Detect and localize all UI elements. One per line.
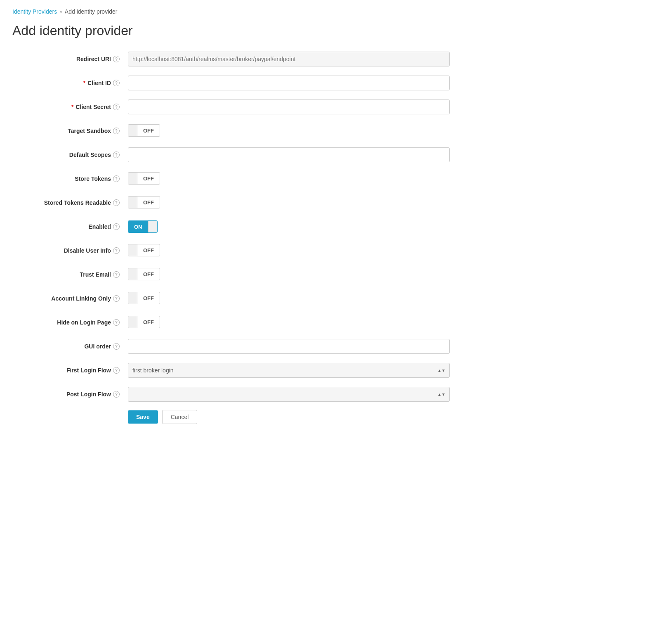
control-account-linking-only: OFF — [128, 292, 466, 305]
label-default-scopes: Default Scopes? — [12, 152, 128, 158]
toggle-enabled[interactable]: ON — [128, 220, 158, 233]
cancel-button[interactable]: Cancel — [162, 410, 198, 424]
label-text-post-login-flow: Post Login Flow — [66, 391, 111, 398]
control-redirect-uri — [128, 52, 466, 66]
save-button[interactable]: Save — [128, 410, 158, 424]
toggle-off-label: OFF — [137, 128, 160, 134]
help-icon-stored-tokens-readable[interactable]: ? — [113, 199, 120, 206]
required-marker: * — [83, 80, 85, 86]
label-text-hide-on-login-page: Hide on Login Page — [57, 319, 111, 326]
toggle-knob — [128, 197, 137, 208]
help-icon-post-login-flow[interactable]: ? — [113, 391, 120, 398]
label-post-login-flow: Post Login Flow? — [12, 391, 128, 398]
form-row-account-linking-only: Account Linking Only?OFF — [12, 290, 466, 307]
help-icon-redirect-uri[interactable]: ? — [113, 56, 120, 62]
toggle-on-label: ON — [128, 221, 148, 232]
form-row-default-scopes: Default Scopes? — [12, 147, 466, 163]
input-client-secret[interactable] — [128, 99, 450, 114]
label-text-enabled: Enabled — [89, 223, 111, 230]
label-text-disable-user-info: Disable User Info — [64, 247, 111, 254]
form-row-target-sandbox: Target Sandbox?OFF — [12, 123, 466, 139]
help-icon-target-sandbox[interactable]: ? — [113, 128, 120, 134]
toggle-knob — [128, 125, 137, 136]
input-client-id[interactable] — [128, 76, 450, 90]
label-text-stored-tokens-readable: Stored Tokens Readable — [44, 199, 111, 206]
label-text-trust-email: Trust Email — [80, 271, 111, 278]
input-redirect-uri — [128, 52, 450, 66]
help-icon-disable-user-info[interactable]: ? — [113, 247, 120, 254]
select-wrapper-first-login-flow: first broker login▲▼ — [128, 363, 450, 378]
toggle-off-label: OFF — [137, 271, 160, 277]
control-enabled: ON — [128, 220, 466, 233]
toggle-disable-user-info[interactable]: OFF — [128, 244, 160, 256]
toggle-target-sandbox[interactable]: OFF — [128, 124, 160, 137]
toggle-knob — [128, 244, 137, 256]
help-icon-store-tokens[interactable]: ? — [113, 175, 120, 182]
button-row: Save Cancel — [12, 410, 660, 424]
label-enabled: Enabled? — [12, 223, 128, 230]
label-stored-tokens-readable: Stored Tokens Readable? — [12, 199, 128, 206]
form-row-enabled: Enabled?ON — [12, 218, 466, 235]
label-client-secret: * Client Secret? — [12, 104, 128, 110]
select-post-login-flow[interactable] — [128, 387, 450, 402]
input-gui-order[interactable] — [128, 339, 450, 354]
select-first-login-flow[interactable]: first broker login — [128, 363, 450, 378]
control-hide-on-login-page: OFF — [128, 316, 466, 329]
form-row-post-login-flow: Post Login Flow?▲▼ — [12, 386, 466, 403]
help-icon-hide-on-login-page[interactable]: ? — [113, 319, 120, 326]
form-row-redirect-uri: Redirect URI? — [12, 51, 466, 67]
form-row-trust-email: Trust Email?OFF — [12, 266, 466, 283]
label-text-client-id: Client ID — [87, 80, 111, 86]
label-trust-email: Trust Email? — [12, 271, 128, 278]
form-container: Redirect URI?* Client ID?* Client Secret… — [12, 51, 466, 403]
help-icon-client-secret[interactable]: ? — [113, 104, 120, 110]
label-hide-on-login-page: Hide on Login Page? — [12, 319, 128, 326]
help-icon-client-id[interactable]: ? — [113, 80, 120, 86]
toggle-account-linking-only[interactable]: OFF — [128, 292, 160, 304]
help-icon-first-login-flow[interactable]: ? — [113, 367, 120, 374]
control-client-id — [128, 76, 466, 90]
toggle-knob — [128, 292, 137, 304]
toggle-off-label: OFF — [137, 199, 160, 206]
select-wrapper-post-login-flow: ▲▼ — [128, 387, 450, 402]
toggle-trust-email[interactable]: OFF — [128, 268, 160, 280]
breadcrumb-link[interactable]: Identity Providers — [12, 8, 57, 15]
label-text-default-scopes: Default Scopes — [69, 152, 111, 158]
page-title: Add identity provider — [12, 23, 660, 38]
control-disable-user-info: OFF — [128, 244, 466, 257]
help-icon-trust-email[interactable]: ? — [113, 271, 120, 278]
form-row-hide-on-login-page: Hide on Login Page?OFF — [12, 314, 466, 331]
label-account-linking-only: Account Linking Only? — [12, 295, 128, 302]
form-row-client-id: * Client ID? — [12, 75, 466, 91]
label-text-first-login-flow: First Login Flow — [66, 367, 111, 374]
label-disable-user-info: Disable User Info? — [12, 247, 128, 254]
label-target-sandbox: Target Sandbox? — [12, 128, 128, 134]
toggle-stored-tokens-readable[interactable]: OFF — [128, 196, 160, 208]
control-target-sandbox: OFF — [128, 124, 466, 137]
control-store-tokens: OFF — [128, 172, 466, 185]
label-text-client-secret: Client Secret — [75, 104, 111, 110]
label-redirect-uri: Redirect URI? — [12, 56, 128, 62]
toggle-knob — [128, 268, 137, 280]
label-text-target-sandbox: Target Sandbox — [68, 128, 111, 134]
toggle-off-label: OFF — [137, 295, 160, 301]
label-text-store-tokens: Store Tokens — [75, 175, 111, 182]
help-icon-account-linking-only[interactable]: ? — [113, 295, 120, 302]
breadcrumb-separator: » — [59, 9, 62, 14]
form-row-disable-user-info: Disable User Info?OFF — [12, 242, 466, 259]
form-row-store-tokens: Store Tokens?OFF — [12, 171, 466, 187]
control-gui-order — [128, 339, 466, 354]
help-icon-default-scopes[interactable]: ? — [113, 152, 120, 158]
toggle-off-label: OFF — [137, 247, 160, 253]
input-default-scopes[interactable] — [128, 147, 450, 162]
help-icon-gui-order[interactable]: ? — [113, 343, 120, 350]
form-row-stored-tokens-readable: Stored Tokens Readable?OFF — [12, 194, 466, 211]
toggle-off-label: OFF — [137, 319, 160, 325]
label-text-redirect-uri: Redirect URI — [76, 56, 111, 62]
help-icon-enabled[interactable]: ? — [113, 223, 120, 230]
label-text-gui-order: GUI order — [84, 343, 111, 350]
toggle-hide-on-login-page[interactable]: OFF — [128, 316, 160, 328]
control-client-secret — [128, 99, 466, 114]
toggle-store-tokens[interactable]: OFF — [128, 172, 160, 185]
control-stored-tokens-readable: OFF — [128, 196, 466, 209]
